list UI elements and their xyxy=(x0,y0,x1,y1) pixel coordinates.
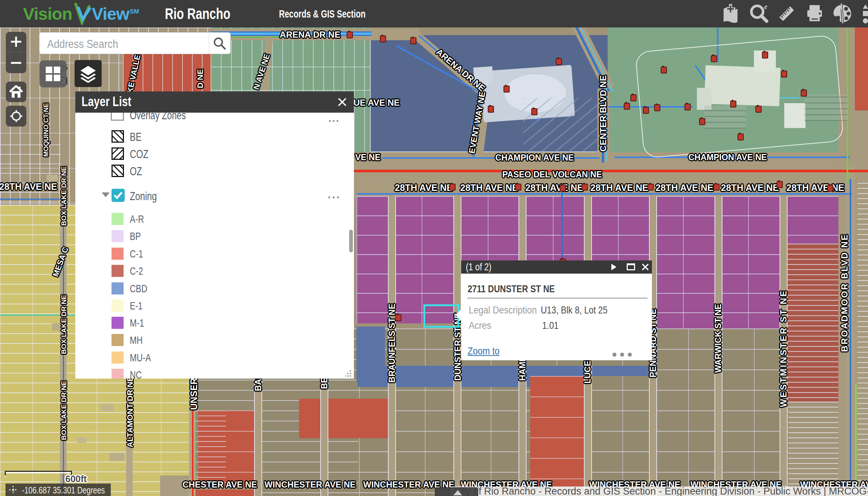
svg-text:e: e xyxy=(764,3,767,11)
